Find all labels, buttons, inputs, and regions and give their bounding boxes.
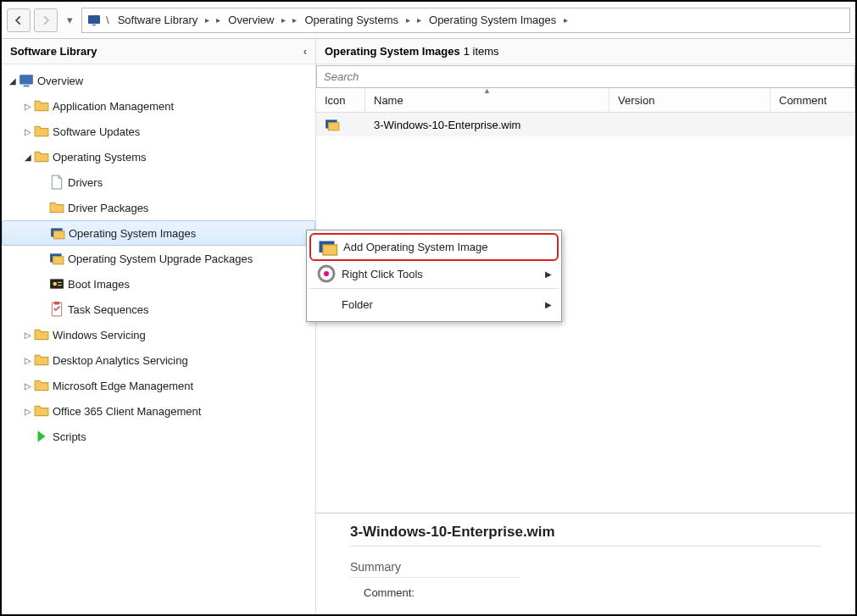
breadcrumb-separator-icon: ▸ [216, 15, 220, 25]
breadcrumb-separator-icon: ▸ [417, 15, 421, 25]
tree-node[interactable]: ▷Desktop Analytics Servicing [2, 347, 315, 373]
tree-node[interactable]: ◢Operating Systems [2, 144, 315, 169]
osimage-icon [325, 117, 340, 132]
sidebar-header: Software Library ‹ [2, 39, 315, 64]
folder-icon [34, 378, 49, 393]
breadcrumb-separator-icon: ▸ [406, 15, 410, 25]
navigation-bar: ▾ \ Software Library▸▸Overview▸▸Operatin… [2, 2, 855, 39]
submenu-arrow-icon: ▶ [545, 300, 552, 309]
cell-name: 3-Windows-10-Enterprise.wim [365, 119, 609, 131]
nav-forward-button[interactable] [34, 8, 58, 32]
breadcrumb-separator-icon: ▸ [292, 15, 297, 25]
tree-node[interactable]: ▷Software Updates [2, 119, 315, 144]
context-menu-item[interactable]: Folder▶ [309, 291, 559, 319]
folder-icon [34, 149, 49, 164]
col-header-name[interactable]: ▲Name [365, 88, 609, 112]
main-title: Operating System Images [325, 45, 460, 58]
tree-node[interactable]: Scripts [2, 424, 315, 449]
tree-node[interactable]: ▷Application Management [2, 93, 315, 119]
svg-rect-17 [323, 245, 337, 255]
tree-node[interactable]: Operating System Upgrade Packages [2, 246, 315, 271]
tree-node-label: Software Updates [53, 125, 140, 138]
tree-collapsed-icon[interactable]: ▷ [22, 407, 34, 416]
console-icon [19, 73, 34, 88]
tree-node-label: Boot Images [68, 278, 130, 291]
breadcrumb-item[interactable]: Operating Systems [301, 12, 402, 28]
tree-node[interactable]: ▷Microsoft Edge Management [2, 373, 315, 398]
tree-node-label: Operating System Upgrade Packages [68, 253, 253, 265]
tree-node-label: Windows Servicing [53, 329, 146, 341]
sort-indicator-icon: ▲ [483, 86, 491, 95]
svg-rect-3 [24, 86, 30, 87]
sidebar-collapse-button[interactable]: ‹ [303, 45, 307, 58]
tree-node-label: Drivers [68, 176, 103, 189]
main-header: Operating System Images 1 items [316, 39, 855, 64]
osimage-icon [318, 237, 338, 258]
tree-collapsed-icon[interactable]: ▷ [22, 127, 34, 136]
grid-header: Icon ▲Name Version Comment [316, 88, 855, 113]
svg-rect-11 [58, 285, 62, 286]
boot-icon [49, 276, 64, 291]
task-icon [49, 302, 64, 317]
breadcrumb-root-sep: \ [106, 14, 109, 26]
svg-rect-2 [19, 75, 33, 84]
breadcrumb-item[interactable]: Overview [225, 12, 277, 28]
context-menu-item[interactable]: Right Click Tools▶ [309, 261, 559, 289]
col-header-comment[interactable]: Comment [771, 88, 855, 112]
tree-node-label: Desktop Analytics Servicing [53, 354, 188, 367]
doc-icon [49, 175, 64, 190]
col-header-icon[interactable]: Icon [316, 88, 365, 112]
tree-node-label: Task Sequences [68, 303, 148, 316]
grid-blank-area[interactable]: Add Operating System ImageRight Click To… [316, 136, 855, 513]
folder-icon [34, 98, 49, 114]
tree-collapsed-icon[interactable]: ▷ [22, 330, 34, 340]
sidebar: Software Library ‹ ◢Overview▷Application… [2, 39, 316, 614]
context-menu-label: Folder [342, 298, 545, 311]
tree-node-label: Overview [37, 75, 83, 87]
tree-node[interactable]: Operating System Images [2, 220, 315, 246]
svg-rect-13 [54, 302, 60, 304]
svg-point-19 [324, 271, 329, 276]
svg-point-9 [53, 282, 58, 286]
tree-node-label: Application Management [53, 100, 174, 113]
folder-icon [49, 200, 64, 215]
tree-node[interactable]: Driver Packages [2, 195, 315, 220]
tree-node[interactable]: ▷Windows Servicing [2, 322, 315, 347]
console-icon [87, 14, 101, 27]
context-menu-label: Right Click Tools [342, 268, 545, 280]
col-header-version[interactable]: Version [609, 88, 771, 112]
tree-expanded-icon[interactable]: ◢ [22, 153, 34, 162]
breadcrumb-separator-icon: ▸ [564, 15, 568, 25]
tree-collapsed-icon[interactable]: ▷ [22, 381, 34, 391]
breadcrumb-item[interactable]: Operating System Images [426, 12, 559, 28]
folder-icon [34, 327, 49, 342]
main-item-count: 1 items [464, 45, 499, 58]
breadcrumb[interactable]: \ Software Library▸▸Overview▸▸Operating … [81, 8, 850, 33]
tree-collapsed-icon[interactable]: ▷ [22, 356, 34, 365]
svg-rect-1 [92, 25, 96, 25]
nav-history-dropdown[interactable]: ▾ [61, 8, 78, 32]
tree-expanded-icon[interactable]: ◢ [7, 76, 19, 86]
search-input[interactable] [316, 65, 855, 88]
osimage-icon [49, 251, 64, 266]
tree-node[interactable]: Boot Images [2, 271, 315, 297]
tree-node[interactable]: ▷Office 365 Client Management [2, 398, 315, 424]
detail-section-summary[interactable]: Summary [350, 560, 520, 578]
context-menu-item[interactable]: Add Operating System Image [309, 233, 559, 261]
osimage-icon [50, 225, 65, 241]
context-menu: Add Operating System ImageRight Click To… [306, 230, 562, 322]
breadcrumb-item[interactable]: Software Library [114, 12, 202, 28]
tree-collapsed-icon[interactable]: ▷ [22, 102, 34, 111]
folder-icon [34, 124, 49, 139]
grid-body: 3-Windows-10-Enterprise.wim [316, 113, 855, 136]
breadcrumb-separator-icon: ▸ [205, 15, 209, 25]
nav-back-button[interactable] [7, 8, 31, 32]
tools-icon [316, 264, 337, 284]
tree-node[interactable]: Task Sequences [2, 297, 315, 322]
table-row[interactable]: 3-Windows-10-Enterprise.wim [316, 113, 855, 136]
tree-node-label: Operating System Images [69, 227, 196, 240]
tree-node[interactable]: ◢Overview [2, 68, 315, 93]
tree-node[interactable]: Drivers [2, 169, 315, 195]
tree-node-label: Driver Packages [68, 202, 148, 214]
sidebar-title: Software Library [10, 45, 97, 58]
